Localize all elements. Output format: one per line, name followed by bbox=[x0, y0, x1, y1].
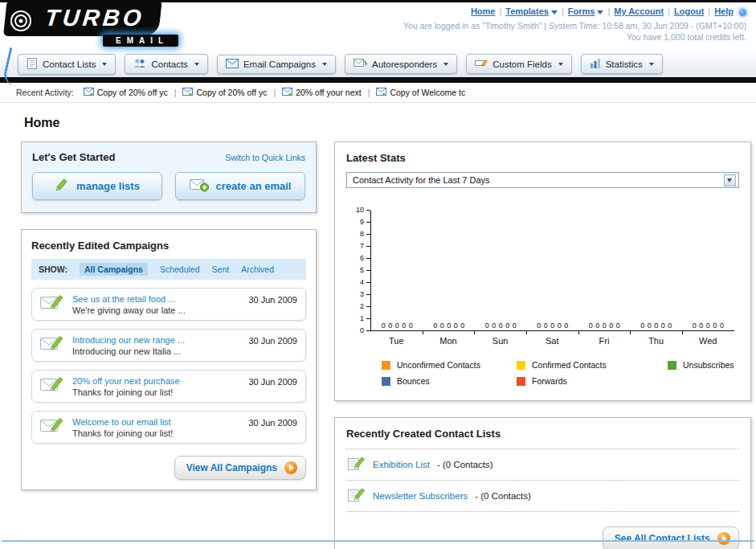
campaign-subtitle: Introducing our new Italia ... bbox=[72, 346, 185, 356]
tab-archived[interactable]: Archived bbox=[241, 264, 274, 274]
edit-email-icon bbox=[40, 334, 64, 356]
nav-tab-autoresponders[interactable]: Autoresponders bbox=[345, 54, 457, 74]
arrow-right-icon bbox=[717, 532, 730, 545]
chevron-down-icon bbox=[551, 10, 558, 14]
contact-lists-icon bbox=[27, 58, 38, 71]
campaign-row[interactable]: See us at the retail food ... We're givi… bbox=[31, 288, 306, 321]
manage-lists-button[interactable]: manage lists bbox=[32, 172, 162, 200]
contact-list-row[interactable]: Exhibition List - (0 Contacts) bbox=[346, 449, 739, 481]
campaign-title-link[interactable]: 20% off your next purchase bbox=[72, 376, 180, 386]
login-info: You are logged in as "Timothy Smith" | S… bbox=[403, 21, 746, 31]
tab-scheduled[interactable]: Scheduled bbox=[160, 264, 200, 274]
campaigns-title: Recently Edited Campaigns bbox=[31, 240, 306, 252]
chevron-down-icon bbox=[322, 63, 327, 66]
recent-activity-item[interactable]: Copy of 20% off yc bbox=[84, 88, 168, 97]
campaign-title-link[interactable]: Welcome to our email list bbox=[72, 417, 173, 427]
recent-campaigns-panel: Recently Edited Campaigns SHOW: All Camp… bbox=[21, 229, 317, 490]
tab-sent[interactable]: Sent bbox=[212, 264, 230, 274]
header-link-home[interactable]: Home bbox=[471, 6, 496, 16]
see-all-contact-lists-button[interactable]: See All Contact Lists bbox=[603, 526, 739, 549]
stats-period-select[interactable]: Contact Activity for the Last 7 Days bbox=[346, 172, 739, 188]
latest-stats-panel: Latest Stats Contact Activity for the La… bbox=[334, 141, 751, 401]
legend-item: Bounces bbox=[382, 376, 517, 386]
contact-activity-chart: 012345678910 000000000000000000000000000… bbox=[353, 211, 734, 386]
custom-fields-icon bbox=[475, 58, 488, 70]
recent-activity-item[interactable]: Copy of 20% off yc bbox=[182, 88, 267, 97]
recent-activity-item[interactable]: Copy of Welcome tc bbox=[376, 88, 465, 97]
chart-plot: 00000000000000000000000000000000000 bbox=[370, 211, 734, 331]
chart-x-tick-label: Tue bbox=[370, 331, 423, 346]
edit-email-icon bbox=[40, 416, 64, 438]
pencil-icon bbox=[55, 178, 69, 195]
tab-all-campaigns[interactable]: All Campaigns bbox=[80, 263, 148, 276]
legend-swatch bbox=[382, 361, 390, 370]
chart-x-tick-label: Fri bbox=[578, 331, 631, 346]
statistics-icon bbox=[590, 58, 601, 70]
chart-group: 00000 bbox=[682, 211, 734, 330]
chart-x-labels: TueMonSunSatFriThuWed bbox=[370, 331, 734, 346]
campaign-subtitle: Thanks for joining our list! bbox=[72, 387, 180, 397]
chart-group: 00000 bbox=[527, 211, 579, 330]
chevron-down-icon bbox=[597, 10, 603, 14]
contact-list-link[interactable]: Exhibition List bbox=[373, 460, 430, 469]
legend-swatch bbox=[517, 361, 525, 370]
edit-list-icon bbox=[348, 456, 366, 473]
view-all-campaigns-button[interactable]: View All Campaigns bbox=[174, 456, 306, 480]
nav-tab-email-campaigns[interactable]: Email Campaigns bbox=[217, 55, 336, 74]
nav-tab-custom-fields[interactable]: Custom Fields bbox=[466, 54, 572, 74]
campaign-row[interactable]: Welcome to our email list Thanks for joi… bbox=[31, 411, 306, 444]
header-link-forms[interactable]: Forms bbox=[568, 6, 604, 16]
header-link-templates[interactable]: Templates bbox=[505, 6, 558, 16]
email-campaigns-icon bbox=[226, 59, 239, 70]
contact-list-row[interactable]: Newsletter Subscribers - (0 Contacts) bbox=[346, 481, 739, 512]
legend-item: Unsubscribes bbox=[668, 360, 734, 370]
header-link-logout[interactable]: Logout bbox=[674, 6, 704, 16]
chart-x-tick-label: Mon bbox=[423, 331, 475, 346]
campaign-date: 30 Jun 2009 bbox=[248, 416, 297, 428]
show-label: SHOW: bbox=[39, 264, 67, 274]
main-content: Home Let's Get Started Switch to Quick L… bbox=[0, 103, 756, 549]
nav-tab-statistics[interactable]: Statistics bbox=[581, 54, 663, 74]
recent-contact-lists-panel: Recently Created Contact Lists Exhibitio… bbox=[334, 417, 751, 549]
campaign-title-link[interactable]: Introducing our new range ... bbox=[72, 335, 185, 345]
campaign-date: 30 Jun 2009 bbox=[248, 375, 297, 387]
notification-dot-icon bbox=[739, 9, 746, 16]
campaign-row[interactable]: Introducing our new range ... Introducin… bbox=[31, 329, 306, 362]
chart-y-axis: 012345678910 bbox=[353, 211, 370, 331]
header-link-my-account[interactable]: My Account bbox=[614, 6, 664, 16]
chart-group: 00000 bbox=[578, 211, 631, 330]
chart-group: 00000 bbox=[371, 211, 423, 330]
chart-group: 00000 bbox=[423, 211, 476, 330]
chart-x-tick-label: Thu bbox=[630, 331, 682, 346]
chart-group: 00000 bbox=[631, 211, 683, 330]
select-dropdown-icon bbox=[724, 174, 736, 186]
chart-group: 00000 bbox=[475, 211, 527, 330]
campaign-title-link[interactable]: See us at the retail food ... bbox=[72, 294, 186, 304]
stats-title: Latest Stats bbox=[346, 152, 739, 164]
header-link-help[interactable]: Help bbox=[714, 6, 734, 16]
email-icon bbox=[84, 88, 94, 97]
page-bottom-border bbox=[2, 540, 754, 542]
get-started-title: Let's Get Started bbox=[32, 151, 116, 163]
logo-swirl-icon bbox=[6, 6, 35, 39]
header-links: Home|Templates|Forms|My Account|Logout|H… bbox=[471, 6, 746, 16]
app-logo: TURBO EMAIL bbox=[0, 2, 225, 49]
email-icon bbox=[282, 88, 292, 97]
contact-list-link[interactable]: Newsletter Subscribers bbox=[373, 491, 468, 501]
campaign-subtitle: We're giving away our late ... bbox=[72, 305, 186, 315]
new-email-icon bbox=[190, 178, 209, 195]
recent-activity-bar: Recent Activity: Copy of 20% off yc | Co… bbox=[0, 83, 756, 103]
legend-item: Unconfirmed Contacts bbox=[382, 360, 517, 370]
nav-tab-contacts[interactable]: Contacts bbox=[125, 54, 207, 74]
chevron-down-icon bbox=[194, 63, 199, 66]
nav-tab-contact-lists[interactable]: Contact Lists bbox=[18, 54, 116, 75]
recent-activity-item[interactable]: 20% off your next bbox=[282, 88, 362, 97]
switch-quick-links-link[interactable]: Switch to Quick Links bbox=[225, 153, 305, 162]
create-email-button[interactable]: create an email bbox=[175, 172, 305, 200]
campaign-row[interactable]: 20% off your next purchase Thanks for jo… bbox=[31, 370, 306, 403]
recent-activity-label: Recent Activity: bbox=[16, 88, 74, 97]
chart-x-tick-label: Wed bbox=[682, 331, 734, 346]
autoresponders-icon bbox=[353, 58, 367, 70]
email-icon bbox=[182, 88, 193, 97]
page-title: Home bbox=[24, 116, 735, 130]
